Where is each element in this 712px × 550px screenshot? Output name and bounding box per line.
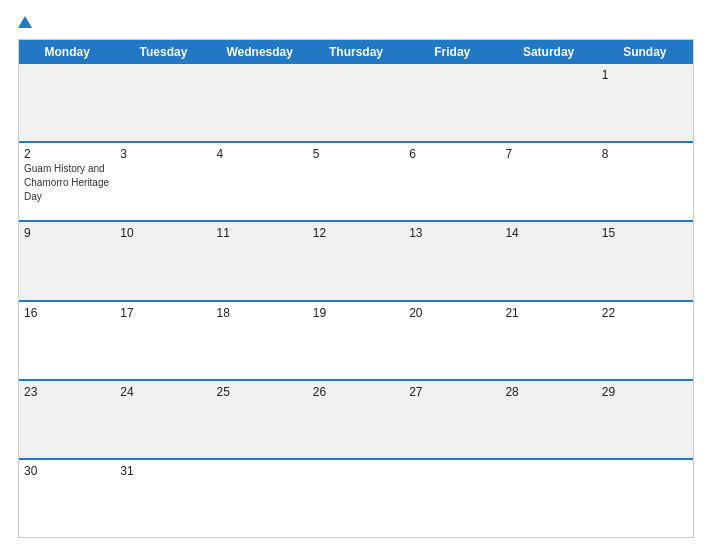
day-number: 22 — [602, 306, 688, 320]
col-saturday: Saturday — [500, 40, 596, 64]
calendar-cell — [404, 460, 500, 537]
day-number: 25 — [217, 385, 303, 399]
day-number: 4 — [217, 147, 303, 161]
calendar-cell: 19 — [308, 302, 404, 379]
calendar-week-4: 23242526272829 — [19, 379, 693, 458]
calendar-cell: 28 — [500, 381, 596, 458]
calendar-cell: 18 — [212, 302, 308, 379]
calendar-cell: 20 — [404, 302, 500, 379]
day-number: 9 — [24, 226, 110, 240]
day-event: Guam History and Chamorro Heritage Day — [24, 163, 109, 202]
calendar-week-2: 9101112131415 — [19, 220, 693, 299]
calendar-cell: 22 — [597, 302, 693, 379]
day-number: 6 — [409, 147, 495, 161]
header — [18, 16, 694, 29]
calendar-cell: 24 — [115, 381, 211, 458]
col-friday: Friday — [404, 40, 500, 64]
day-number: 13 — [409, 226, 495, 240]
col-sunday: Sunday — [597, 40, 693, 64]
calendar-week-1: 2Guam History and Chamorro Heritage Day3… — [19, 141, 693, 220]
calendar-cell: 26 — [308, 381, 404, 458]
day-number: 5 — [313, 147, 399, 161]
calendar-week-0: 1 — [19, 64, 693, 141]
calendar-cell — [212, 460, 308, 537]
calendar-cell: 12 — [308, 222, 404, 299]
col-tuesday: Tuesday — [115, 40, 211, 64]
day-number: 10 — [120, 226, 206, 240]
day-number: 15 — [602, 226, 688, 240]
day-number: 19 — [313, 306, 399, 320]
calendar-cell: 1 — [597, 64, 693, 141]
calendar-header: Monday Tuesday Wednesday Thursday Friday… — [19, 40, 693, 64]
day-number: 31 — [120, 464, 206, 478]
calendar-cell: 9 — [19, 222, 115, 299]
col-thursday: Thursday — [308, 40, 404, 64]
logo-blue-text — [18, 16, 34, 29]
calendar-week-3: 16171819202122 — [19, 300, 693, 379]
calendar-cell: 10 — [115, 222, 211, 299]
calendar-cell — [212, 64, 308, 141]
calendar-cell: 8 — [597, 143, 693, 220]
day-number: 1 — [602, 68, 688, 82]
day-number: 14 — [505, 226, 591, 240]
day-number: 20 — [409, 306, 495, 320]
col-monday: Monday — [19, 40, 115, 64]
calendar-cell: 30 — [19, 460, 115, 537]
calendar-body: 12Guam History and Chamorro Heritage Day… — [19, 64, 693, 537]
day-number: 12 — [313, 226, 399, 240]
calendar-week-5: 3031 — [19, 458, 693, 537]
calendar-cell: 11 — [212, 222, 308, 299]
calendar-cell: 15 — [597, 222, 693, 299]
day-number: 8 — [602, 147, 688, 161]
calendar-cell: 16 — [19, 302, 115, 379]
calendar-cell — [308, 64, 404, 141]
day-number: 7 — [505, 147, 591, 161]
calendar-cell: 17 — [115, 302, 211, 379]
calendar-cell — [19, 64, 115, 141]
calendar-cell — [500, 64, 596, 141]
calendar-cell: 3 — [115, 143, 211, 220]
logo-triangle-icon — [18, 16, 32, 28]
day-number: 30 — [24, 464, 110, 478]
calendar-cell: 5 — [308, 143, 404, 220]
calendar-cell: 7 — [500, 143, 596, 220]
calendar: Monday Tuesday Wednesday Thursday Friday… — [18, 39, 694, 538]
day-number: 17 — [120, 306, 206, 320]
calendar-cell — [115, 64, 211, 141]
calendar-cell: 4 — [212, 143, 308, 220]
calendar-cell: 2Guam History and Chamorro Heritage Day — [19, 143, 115, 220]
calendar-cell: 23 — [19, 381, 115, 458]
calendar-cell — [308, 460, 404, 537]
day-number: 18 — [217, 306, 303, 320]
day-number: 11 — [217, 226, 303, 240]
calendar-cell — [500, 460, 596, 537]
calendar-cell: 13 — [404, 222, 500, 299]
col-wednesday: Wednesday — [212, 40, 308, 64]
calendar-cell: 31 — [115, 460, 211, 537]
day-number: 29 — [602, 385, 688, 399]
day-number: 21 — [505, 306, 591, 320]
page: Monday Tuesday Wednesday Thursday Friday… — [0, 0, 712, 550]
calendar-cell: 21 — [500, 302, 596, 379]
calendar-cell: 27 — [404, 381, 500, 458]
calendar-cell — [404, 64, 500, 141]
day-number: 23 — [24, 385, 110, 399]
calendar-cell: 6 — [404, 143, 500, 220]
day-number: 2 — [24, 147, 110, 161]
day-number: 26 — [313, 385, 399, 399]
logo — [18, 16, 34, 29]
day-number: 27 — [409, 385, 495, 399]
day-number: 3 — [120, 147, 206, 161]
day-number: 24 — [120, 385, 206, 399]
day-number: 16 — [24, 306, 110, 320]
day-number: 28 — [505, 385, 591, 399]
calendar-cell — [597, 460, 693, 537]
calendar-cell: 14 — [500, 222, 596, 299]
calendar-cell: 25 — [212, 381, 308, 458]
calendar-cell: 29 — [597, 381, 693, 458]
